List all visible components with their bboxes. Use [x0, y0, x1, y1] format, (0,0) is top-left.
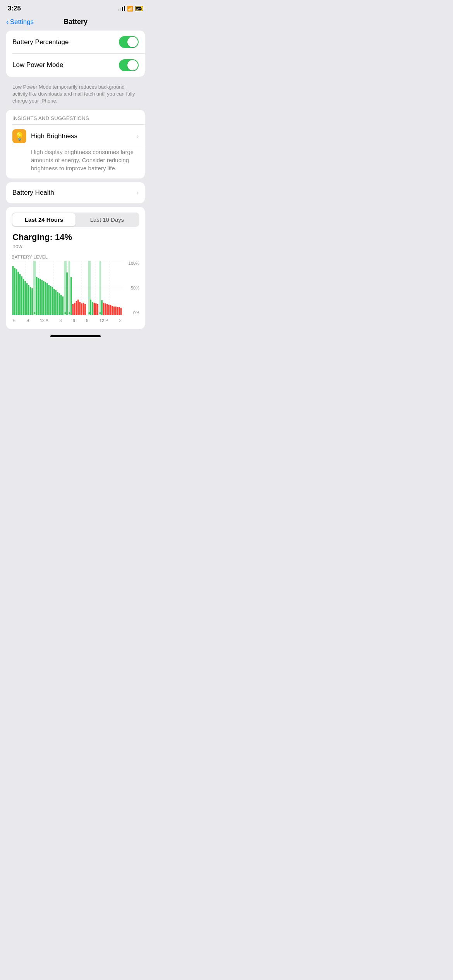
battery-percentage-row[interactable]: Battery Percentage: [6, 31, 145, 53]
svg-rect-38: [55, 290, 57, 315]
battery-health-label: Battery Health: [12, 189, 54, 197]
svg-rect-68: [118, 307, 120, 315]
x-label-9pm: 9: [86, 318, 88, 323]
svg-rect-27: [36, 277, 38, 315]
low-power-description: Low Power Mode temporarily reduces backg…: [6, 81, 145, 110]
toggle-knob: [127, 37, 138, 47]
svg-rect-60: [105, 303, 106, 315]
svg-rect-45: [72, 304, 74, 315]
svg-rect-66: [115, 307, 117, 315]
toggles-card: Battery Percentage Low Power Mode: [6, 31, 145, 77]
svg-rect-34: [48, 285, 50, 315]
back-label: Settings: [10, 18, 34, 26]
page-title: Battery: [63, 18, 88, 26]
y-label-0: 0%: [133, 310, 139, 315]
chart-svg-area: [12, 261, 123, 315]
chart-card: Last 24 Hours Last 10 Days Charging: 14%…: [6, 207, 145, 329]
svg-rect-52: [84, 304, 86, 315]
svg-rect-53: [90, 300, 92, 315]
status-bar: 3:25 📶 14+: [0, 0, 151, 15]
battery-level-text: 14+: [136, 7, 141, 10]
low-power-mode-toggle[interactable]: [119, 59, 139, 71]
battery-chart-svg: [12, 261, 123, 315]
back-button[interactable]: ‹ Settings: [6, 17, 34, 26]
svg-rect-19: [19, 274, 21, 315]
svg-rect-30: [41, 280, 43, 315]
svg-rect-37: [53, 289, 55, 315]
chevron-right-icon: ›: [137, 133, 139, 140]
home-indicator: [50, 335, 101, 337]
svg-rect-11: [64, 261, 67, 315]
battery-percentage-label: Battery Percentage: [12, 38, 69, 46]
svg-rect-50: [81, 303, 82, 315]
charging-time: now: [12, 243, 139, 249]
lightbulb-icon: 💡: [15, 132, 24, 141]
chart-y-labels: 100% 50% 0%: [125, 261, 139, 315]
y-label-100: 100%: [129, 261, 139, 266]
chart-area: BATTERY LEVEL 100% 50% 0%: [6, 251, 145, 323]
svg-rect-36: [52, 287, 53, 315]
svg-rect-51: [83, 303, 84, 315]
svg-point-73: [88, 312, 90, 314]
x-label-12a: 12 A: [40, 318, 48, 323]
x-label-3am: 3: [119, 318, 122, 323]
back-chevron-icon: ‹: [6, 17, 9, 26]
svg-rect-65: [113, 307, 115, 315]
svg-rect-26: [31, 288, 33, 315]
chart-x-labels: 6 9 12 A 3 6 9 12 P 3: [12, 318, 123, 323]
svg-rect-32: [45, 282, 46, 315]
y-label-50: 50%: [131, 286, 139, 290]
svg-rect-18: [17, 272, 19, 315]
low-power-mode-row[interactable]: Low Power Mode: [6, 54, 145, 77]
tab-last-10-days[interactable]: Last 10 Days: [76, 213, 139, 226]
svg-rect-59: [103, 303, 105, 315]
svg-rect-47: [76, 301, 77, 315]
svg-rect-55: [94, 303, 95, 315]
svg-rect-67: [117, 307, 118, 315]
svg-rect-14: [100, 261, 101, 315]
svg-point-71: [64, 312, 66, 314]
brightness-icon-wrap: 💡: [12, 129, 26, 143]
tab-last-24-hours[interactable]: Last 24 Hours: [12, 213, 76, 226]
svg-rect-64: [112, 306, 113, 315]
nav-bar: ‹ Settings Battery: [0, 15, 151, 31]
svg-point-70: [34, 312, 36, 314]
svg-point-72: [69, 312, 70, 314]
svg-rect-48: [77, 300, 79, 315]
status-time: 3:25: [8, 5, 21, 12]
svg-rect-69: [120, 308, 122, 315]
battery-icon: 14+: [135, 6, 143, 11]
svg-rect-24: [28, 285, 29, 315]
status-icons: 📶 14+: [118, 6, 143, 12]
svg-rect-58: [101, 300, 103, 315]
content-area: Battery Percentage Low Power Mode Low Po…: [0, 31, 151, 329]
svg-rect-15: [12, 266, 14, 315]
chart-section-label: BATTERY LEVEL: [12, 255, 139, 259]
x-label-6pm: 6: [73, 318, 75, 323]
svg-point-74: [99, 312, 101, 314]
svg-rect-63: [110, 305, 112, 315]
svg-rect-39: [57, 292, 58, 315]
svg-rect-49: [79, 302, 81, 315]
svg-rect-57: [97, 304, 99, 315]
svg-rect-40: [59, 293, 60, 315]
battery-health-chevron-icon: ›: [137, 189, 139, 196]
svg-rect-25: [30, 287, 31, 315]
high-brightness-row[interactable]: 💡 High Brightness ›: [6, 125, 145, 148]
svg-rect-20: [21, 276, 22, 315]
svg-rect-21: [23, 279, 24, 315]
high-brightness-description: High display brightness consumes large a…: [6, 148, 145, 178]
battery-chart: 100% 50% 0%: [12, 261, 139, 323]
high-brightness-label: High Brightness: [31, 132, 132, 140]
toggle-knob-2: [127, 60, 138, 70]
battery-percentage-toggle[interactable]: [119, 36, 139, 48]
svg-rect-17: [16, 269, 17, 315]
battery-health-card[interactable]: Battery Health ›: [6, 182, 145, 203]
svg-rect-56: [95, 303, 97, 315]
svg-rect-33: [46, 283, 48, 315]
svg-rect-22: [24, 281, 26, 315]
svg-rect-16: [14, 268, 15, 315]
battery-health-row[interactable]: Battery Health ›: [6, 182, 145, 203]
chart-tab-bar[interactable]: Last 24 Hours Last 10 Days: [12, 212, 139, 227]
charging-info: Charging: 14% now: [6, 227, 145, 251]
